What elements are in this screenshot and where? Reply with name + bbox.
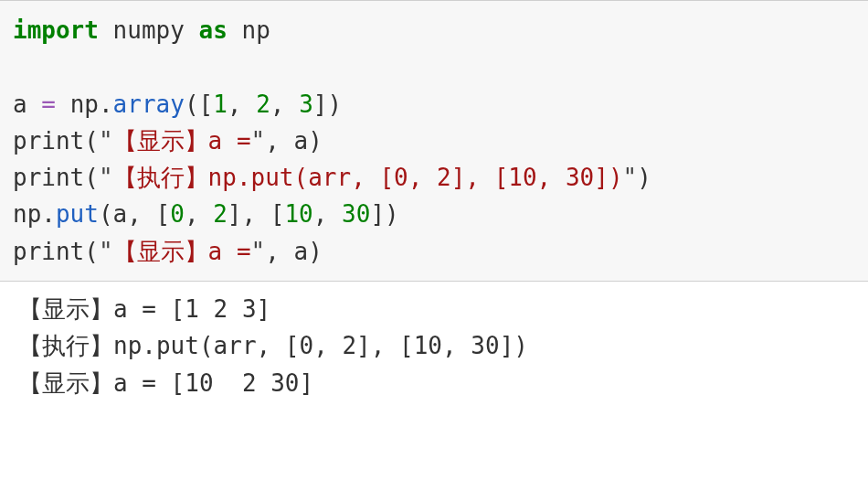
quote-close: " xyxy=(251,238,266,265)
keyword-as: as xyxy=(199,16,228,44)
output-block: 【显示】a = [1 2 3] 【执行】np.put(arr, [0, 2], … xyxy=(0,282,868,412)
punct: ([ xyxy=(185,91,213,118)
num-2: 2 xyxy=(256,91,270,118)
fn-put: put xyxy=(56,200,99,228)
code-line-5: np.put(a, [0, 2], [10, 30]) xyxy=(13,200,399,228)
num-0: 0 xyxy=(170,200,185,228)
code-line-4: print("【执行】np.put(arr, [0, 2], [10, 30])… xyxy=(13,164,651,191)
punct: ) xyxy=(308,238,323,265)
fn-array: array xyxy=(113,91,185,118)
code-line-3: print("【显示】a =", a) xyxy=(13,127,323,155)
punct: ( xyxy=(84,238,99,265)
fn-print: print xyxy=(13,127,84,155)
punct: ]) xyxy=(370,200,398,228)
code-line-1: import numpy as np xyxy=(13,16,270,44)
quote-close: " xyxy=(623,164,638,191)
punct: ) xyxy=(637,164,651,191)
arg-a: a xyxy=(113,200,128,228)
punct: , xyxy=(265,127,293,155)
quote-close: " xyxy=(251,127,266,155)
quote-open: " xyxy=(99,238,113,265)
output-line-3: 【显示】a = [10 2 30] xyxy=(18,369,313,397)
string-literal: 【显示】a = xyxy=(113,238,251,265)
fn-print: print xyxy=(13,238,84,265)
fn-print: print xyxy=(13,164,84,191)
obj-np: np xyxy=(13,200,41,228)
code-block: import numpy as np a = np.array([1, 2, 3… xyxy=(0,0,868,282)
punct: ( xyxy=(84,164,99,191)
arg-a: a xyxy=(294,127,309,155)
punct: ]) xyxy=(313,91,342,118)
dot: . xyxy=(41,200,56,228)
module-numpy: numpy xyxy=(113,16,185,44)
num-10: 10 xyxy=(284,200,312,228)
punct: , xyxy=(185,200,213,228)
punct: ( xyxy=(84,127,99,155)
punct: ( xyxy=(99,200,113,228)
code-line-6: print("【显示】a =", a) xyxy=(13,238,323,265)
num-3: 3 xyxy=(299,91,313,118)
string-literal: 【显示】a = xyxy=(113,127,251,155)
code-line-2: a = np.array([1, 2, 3]) xyxy=(13,91,342,118)
punct: , xyxy=(270,91,299,118)
string-literal: 【执行】np.put(arr, [0, 2], [10, 30]) xyxy=(113,164,623,191)
num-1: 1 xyxy=(213,91,228,118)
punct: , xyxy=(228,91,256,118)
obj-np: np xyxy=(70,91,99,118)
op-assign: = xyxy=(41,91,56,118)
arg-a: a xyxy=(294,238,309,265)
dot: . xyxy=(99,91,113,118)
alias-np: np xyxy=(241,16,270,44)
punct: ], [ xyxy=(228,200,285,228)
num-2: 2 xyxy=(213,200,228,228)
output-line-1: 【显示】a = [1 2 3] xyxy=(18,295,270,323)
quote-open: " xyxy=(99,127,113,155)
num-30: 30 xyxy=(342,200,370,228)
var-a: a xyxy=(13,91,27,118)
output-line-2: 【执行】np.put(arr, [0, 2], [10, 30]) xyxy=(18,332,528,359)
quote-open: " xyxy=(99,164,113,191)
keyword-import: import xyxy=(13,16,99,44)
punct: , xyxy=(265,238,293,265)
punct: , xyxy=(313,200,342,228)
punct: , [ xyxy=(127,200,170,228)
punct: ) xyxy=(308,127,323,155)
